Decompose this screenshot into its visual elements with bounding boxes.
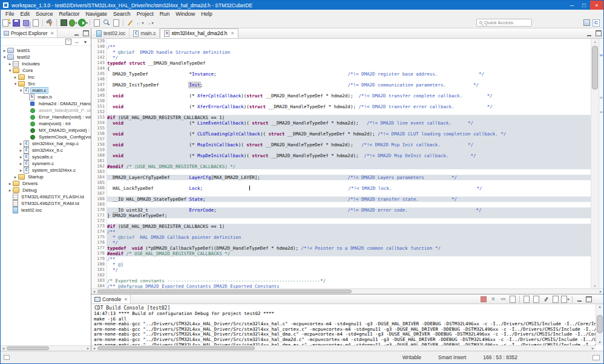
- remove-launch-icon[interactable]: [488, 294, 498, 304]
- tree-item-assert-failed-uint8-t-uint3[interactable]: assert_failed(uint8_t*, uint3...: [1, 107, 91, 114]
- quick-access[interactable]: Quick Access: [476, 19, 532, 27]
- tree-item-systemclock-config-void[interactable]: SystemClock_Config(void)...: [1, 134, 91, 140]
- run-icon[interactable]: [78, 18, 88, 27]
- menu-source[interactable]: Source: [33, 11, 56, 17]
- menu-search[interactable]: Search: [110, 11, 134, 17]
- close-tab-icon[interactable]: ×: [231, 30, 234, 36]
- scroll-left-icon[interactable]: ◂: [1, 346, 6, 351]
- tree-item-hdma2d-dma2d-handle[interactable]: hdma2d : DMA2D_Handle...: [1, 100, 91, 107]
- close-view-icon[interactable]: ×: [50, 30, 53, 36]
- tree-item-test02[interactable]: ▾test02: [1, 54, 91, 60]
- build-hammer-icon[interactable]: [45, 18, 54, 27]
- menu-run[interactable]: Run: [157, 11, 173, 17]
- project-explorer-tab[interactable]: Project Explorer ×: [1, 28, 57, 37]
- save-all-icon[interactable]: [21, 18, 31, 27]
- tree-item-stm32l496zgtx-flash-ld[interactable]: STM32L496ZGTX_FLASH.ld: [1, 193, 91, 200]
- tree-item-test01[interactable]: ▸test01: [1, 47, 91, 54]
- scroll-right-icon[interactable]: ▸: [598, 289, 603, 294]
- menu-window[interactable]: Window: [172, 11, 198, 17]
- menu-project[interactable]: Project: [134, 11, 157, 17]
- maximize-view-icon[interactable]: [594, 29, 603, 38]
- console-horizontal-scrollbar[interactable]: ◂ ▸: [91, 345, 596, 351]
- tree-item-stm32l4xx-hal-msp-c[interactable]: ▸stm32l4xx_hal_msp.c: [1, 140, 91, 147]
- tree-item-sysmem-c[interactable]: ▸sysmem.c: [1, 160, 91, 167]
- search-icon[interactable]: [102, 18, 111, 27]
- minimize-view-icon[interactable]: [71, 28, 81, 37]
- tree-item-main-void-int[interactable]: main(void) : int: [1, 120, 91, 127]
- clear-console-icon[interactable]: [508, 294, 517, 304]
- cpp-perspective-icon[interactable]: [591, 18, 601, 27]
- view-menu-icon[interactable]: [81, 38, 90, 45]
- minimize-window-button[interactable]: ─: [566, 1, 578, 10]
- scroll-down-icon[interactable]: ▾: [591, 283, 599, 288]
- console-tab[interactable]: Console ×: [91, 294, 131, 304]
- link-with-editor-icon[interactable]: [73, 38, 81, 45]
- tree-item-inc[interactable]: ▸Inc: [1, 74, 91, 80]
- editor-horizontal-scrollbar[interactable]: ◂ ▸: [91, 288, 603, 294]
- tree-item-test02-ioc[interactable]: test02.ioc: [1, 207, 91, 213]
- tree-item-mx-dma2d-init-void-voi[interactable]: MX_DMA2D_Init(void) : voi...: [1, 127, 91, 134]
- minimize-view-icon[interactable]: [574, 294, 584, 304]
- menu-file[interactable]: File: [2, 11, 18, 17]
- terminate-icon[interactable]: [479, 294, 488, 304]
- save-icon[interactable]: [11, 18, 21, 27]
- tab-main-c[interactable]: main.c: [130, 28, 160, 38]
- menu-edit[interactable]: Edit: [18, 11, 33, 17]
- scrollbar-thumb[interactable]: [592, 46, 598, 89]
- flash-device-icon[interactable]: [59, 18, 68, 27]
- scrollbar-thumb[interactable]: [97, 290, 352, 293]
- scroll-left-icon[interactable]: ◂: [91, 289, 97, 294]
- last-edit-location-icon[interactable]: [125, 18, 135, 27]
- project-tree[interactable]: ▸test01▾test02▸Includes▾Core▸Inc▾Src▾mai…: [1, 46, 91, 345]
- close-window-button[interactable]: ×: [590, 1, 603, 10]
- editor-code-area[interactable]: /** * @brief DMA2D handle Structure defi…: [107, 39, 591, 288]
- back-history-icon[interactable]: [135, 18, 145, 27]
- remove-all-launches-icon[interactable]: [498, 294, 508, 304]
- console-output[interactable]: 14:47:13 **** Build of configuration Deb…: [91, 311, 603, 345]
- tree-item-main-c[interactable]: ▾main.c: [1, 87, 91, 94]
- show-console-on-output-icon[interactable]: [551, 294, 560, 304]
- menu-help[interactable]: Help: [198, 11, 215, 17]
- tree-item-startup[interactable]: ▸Startup: [1, 174, 91, 180]
- tree-item-drivers[interactable]: ▸Drivers: [1, 180, 91, 187]
- console-vertical-scrollbar[interactable]: ▴ ▾: [596, 304, 603, 345]
- tree-item-includes[interactable]: ▸Includes: [1, 60, 91, 67]
- tree-item-main-h[interactable]: main.h: [1, 94, 91, 100]
- tree-item-syscalls-c[interactable]: ▸syscalls.c: [1, 154, 91, 160]
- scrollbar-thumb[interactable]: [7, 346, 49, 350]
- tree-item-debug[interactable]: ▸Debug: [1, 187, 91, 193]
- word-wrap-icon[interactable]: [531, 294, 541, 304]
- tree-item-stm32l4xx-it-c[interactable]: ▸stm32l4xx_it.c: [1, 147, 91, 154]
- tree-item-stm32l496zgtx-ram-ld[interactable]: STM32L496ZGTX_RAM.ld: [1, 200, 91, 207]
- explorer-horizontal-scrollbar[interactable]: ◂ ▸: [1, 345, 91, 351]
- scrollbar-thumb[interactable]: [97, 346, 255, 350]
- scroll-up-icon[interactable]: ▴: [596, 304, 603, 310]
- scroll-lock-icon[interactable]: [522, 294, 531, 304]
- scroll-right-icon[interactable]: ▸: [590, 346, 596, 351]
- scroll-down-icon[interactable]: ▾: [596, 340, 603, 345]
- tree-item-system-stm32l4xx-c[interactable]: ▸system_stm32l4xx.c: [1, 167, 91, 174]
- scroll-right-icon[interactable]: ▸: [85, 346, 91, 351]
- editor-vertical-scrollbar[interactable]: ▴ ▾: [591, 39, 599, 288]
- maximize-window-button[interactable]: □: [578, 1, 590, 10]
- overview-ruler[interactable]: [599, 39, 603, 288]
- close-view-icon[interactable]: ×: [124, 296, 127, 302]
- menu-navigate[interactable]: Navigate: [83, 11, 111, 17]
- print-icon[interactable]: [31, 18, 41, 27]
- open-perspective-icon[interactable]: [582, 18, 591, 27]
- scroll-up-icon[interactable]: ▴: [591, 39, 599, 44]
- tab-test02-ioc[interactable]: test02.ioc: [93, 28, 130, 38]
- pin-console-icon[interactable]: [541, 294, 551, 304]
- collapse-all-icon[interactable]: [64, 38, 73, 45]
- scrollbar-thumb[interactable]: [597, 315, 603, 333]
- tab-stm32l4xx-hal-dma2d-h[interactable]: stm32l4xx_hal_dma2d.h ×: [160, 28, 238, 38]
- new-wizard-icon[interactable]: [2, 18, 11, 27]
- minimize-view-icon[interactable]: [584, 29, 594, 38]
- title-bar[interactable]: workspace_1.3.0 - test02/Drivers/STM32L4…: [1, 1, 603, 10]
- open-element-icon[interactable]: [111, 18, 121, 27]
- tree-item-error-handler-void-void[interactable]: Error_Handler(void) : void: [1, 114, 91, 120]
- tree-item-src[interactable]: ▾Src: [1, 80, 91, 87]
- open-console-icon[interactable]: [560, 294, 570, 304]
- maximize-view-icon[interactable]: [81, 28, 91, 37]
- code-editor[interactable]: 1391401411421431441451461471481491501511…: [91, 39, 603, 288]
